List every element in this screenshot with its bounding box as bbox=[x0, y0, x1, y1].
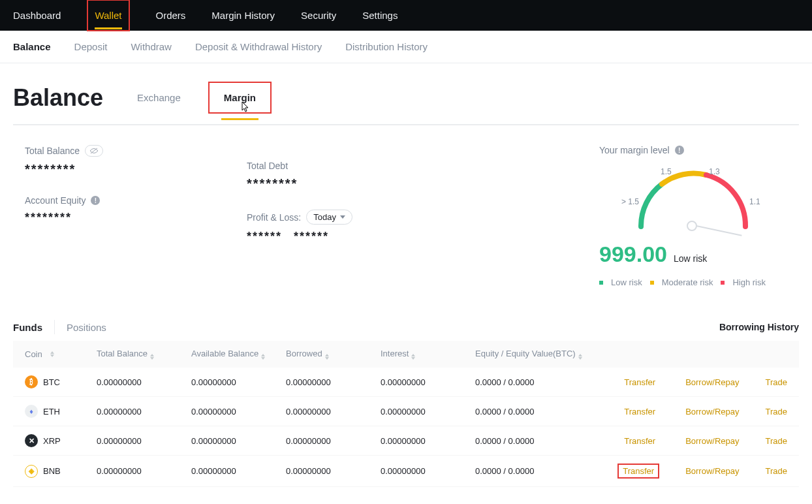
nav-wallet[interactable]: Wallet bbox=[95, 2, 121, 29]
eye-icon[interactable] bbox=[85, 145, 103, 157]
sort-icon[interactable] bbox=[578, 354, 582, 360]
transfer-link[interactable]: Transfer bbox=[624, 407, 655, 417]
borrow-repay-link[interactable]: Borrow/Repay bbox=[685, 466, 739, 476]
legend-high: High risk bbox=[732, 277, 766, 287]
gauge-tick-15: 1.5 bbox=[661, 167, 672, 176]
nav-settings[interactable]: Settings bbox=[362, 2, 398, 29]
pl-period-select[interactable]: Today bbox=[306, 210, 352, 225]
transfer-link[interactable]: Transfer bbox=[624, 436, 655, 446]
cell-borrowed: 0.00000000 bbox=[286, 436, 381, 446]
margin-gauge: 1.5 1.3 > 1.5 1.1 bbox=[621, 165, 765, 236]
legend-mod: Moderate risk bbox=[662, 277, 713, 287]
cell-interest: 0.00000000 bbox=[381, 407, 475, 417]
legend-dot-low bbox=[599, 281, 603, 285]
coin-symbol: BTC bbox=[43, 377, 60, 387]
table-row: ₿BTC0.000000000.000000000.000000000.0000… bbox=[13, 368, 799, 397]
sub-nav: Balance Deposit Withdraw Deposit & Withd… bbox=[0, 31, 812, 63]
cell-avail: 0.00000000 bbox=[191, 407, 286, 417]
sort-icon[interactable] bbox=[261, 354, 265, 360]
nav-dashboard[interactable]: Dashboard bbox=[13, 2, 61, 29]
table-row: ♦ETH0.000000000.000000000.000000000.0000… bbox=[13, 397, 799, 426]
gauge-tick-13: 1.3 bbox=[709, 167, 720, 176]
trade-link[interactable]: Trade bbox=[766, 436, 787, 446]
account-equity-value: ******** bbox=[25, 211, 247, 225]
coin-icon: ₿ bbox=[25, 375, 38, 388]
gauge-tick-g15: > 1.5 bbox=[621, 197, 639, 206]
coin-symbol: ETH bbox=[43, 407, 60, 417]
gauge-tick-11: 1.1 bbox=[749, 197, 760, 206]
borrow-repay-link[interactable]: Borrow/Repay bbox=[685, 377, 739, 387]
legend-low: Low risk bbox=[611, 277, 642, 287]
nav-margin-history[interactable]: Margin History bbox=[211, 2, 275, 29]
total-debt-value: ******** bbox=[247, 176, 573, 191]
trade-link[interactable]: Trade bbox=[766, 466, 787, 476]
trade-link[interactable]: Trade bbox=[766, 407, 787, 417]
coin-icon: ♦ bbox=[25, 405, 38, 418]
sort-icon[interactable] bbox=[411, 354, 415, 360]
pl-value-1: ****** bbox=[247, 230, 282, 244]
total-debt-label: Total Debt bbox=[247, 161, 288, 171]
transfer-link[interactable]: Transfer bbox=[624, 377, 655, 387]
margin-risk-label: Low risk bbox=[674, 253, 707, 264]
subnav-distribution-history[interactable]: Distribution History bbox=[345, 41, 428, 52]
sort-icon[interactable] bbox=[50, 351, 54, 357]
pl-value-2: ****** bbox=[294, 230, 329, 244]
nav-security[interactable]: Security bbox=[301, 2, 336, 29]
cell-equity: 0.0000 / 0.0000 bbox=[475, 377, 593, 387]
account-equity-label: Account Equity bbox=[25, 195, 86, 206]
total-balance-label: Total Balance bbox=[25, 146, 80, 156]
cell-equity: 0.0000 / 0.0000 bbox=[475, 436, 593, 446]
sort-icon[interactable] bbox=[325, 354, 329, 360]
cell-interest: 0.00000000 bbox=[381, 436, 475, 446]
cell-avail: 0.00000000 bbox=[191, 466, 286, 476]
cell-interest: 0.00000000 bbox=[381, 466, 475, 476]
col-interest[interactable]: Interest bbox=[381, 349, 409, 358]
transfer-link[interactable]: Transfer bbox=[623, 466, 654, 476]
cell-borrowed: 0.00000000 bbox=[286, 377, 381, 387]
page-title: Balance bbox=[13, 84, 103, 112]
cell-borrowed: 0.00000000 bbox=[286, 407, 381, 417]
col-coin[interactable]: Coin bbox=[25, 349, 42, 359]
coin-symbol: BNB bbox=[43, 466, 61, 476]
cell-avail: 0.00000000 bbox=[191, 377, 286, 387]
margin-level-value: 999.00 bbox=[599, 242, 667, 267]
cell-interest: 0.00000000 bbox=[381, 377, 475, 387]
cell-avail: 0.00000000 bbox=[191, 436, 286, 446]
info-icon[interactable]: ! bbox=[675, 146, 684, 155]
legend-dot-mod bbox=[650, 281, 654, 285]
cell-total: 0.00000000 bbox=[97, 436, 191, 446]
col-equity[interactable]: Equity / Equity Value(BTC) bbox=[475, 349, 576, 358]
coin-symbol: XRP bbox=[43, 436, 61, 446]
coin-icon: ◈ bbox=[25, 465, 38, 478]
assets-table: Coin Total Balance Available Balance Bor… bbox=[13, 341, 799, 487]
legend-dot-high bbox=[721, 281, 725, 285]
trade-link[interactable]: Trade bbox=[766, 377, 787, 387]
borrowing-history-link[interactable]: Borrowing History bbox=[719, 322, 799, 332]
subnav-dw-history[interactable]: Deposit & Withdrawal History bbox=[195, 41, 322, 52]
tab-positions[interactable]: Positions bbox=[55, 322, 118, 333]
info-icon[interactable]: ! bbox=[91, 196, 100, 205]
tab-margin[interactable]: Margin bbox=[221, 87, 258, 108]
margin-level-label: Your margin level bbox=[599, 145, 670, 155]
pl-label: Profit & Loss: bbox=[247, 212, 301, 223]
tab-funds[interactable]: Funds bbox=[13, 322, 54, 333]
sort-icon[interactable] bbox=[150, 354, 154, 360]
subnav-deposit[interactable]: Deposit bbox=[74, 41, 108, 52]
subnav-withdraw[interactable]: Withdraw bbox=[131, 41, 172, 52]
cell-total: 0.00000000 bbox=[97, 407, 191, 417]
table-row: ✕XRP0.000000000.000000000.000000000.0000… bbox=[13, 426, 799, 456]
borrow-repay-link[interactable]: Borrow/Repay bbox=[685, 407, 739, 417]
top-nav: Dashboard Wallet Orders Margin History S… bbox=[0, 0, 812, 31]
borrow-repay-link[interactable]: Borrow/Repay bbox=[685, 436, 739, 446]
col-avail[interactable]: Available Balance bbox=[191, 349, 258, 358]
coin-icon: ✕ bbox=[25, 434, 38, 447]
total-balance-value: ******** bbox=[25, 162, 247, 177]
col-total[interactable]: Total Balance bbox=[97, 349, 148, 358]
table-row: ◈BNB0.000000000.000000000.000000000.0000… bbox=[13, 456, 799, 487]
chevron-down-icon bbox=[340, 215, 345, 219]
tab-exchange[interactable]: Exchange bbox=[134, 87, 183, 108]
nav-orders[interactable]: Orders bbox=[156, 2, 186, 29]
cell-equity: 0.0000 / 0.0000 bbox=[475, 466, 593, 476]
subnav-balance[interactable]: Balance bbox=[13, 41, 51, 52]
col-borrowed[interactable]: Borrowed bbox=[286, 349, 322, 358]
